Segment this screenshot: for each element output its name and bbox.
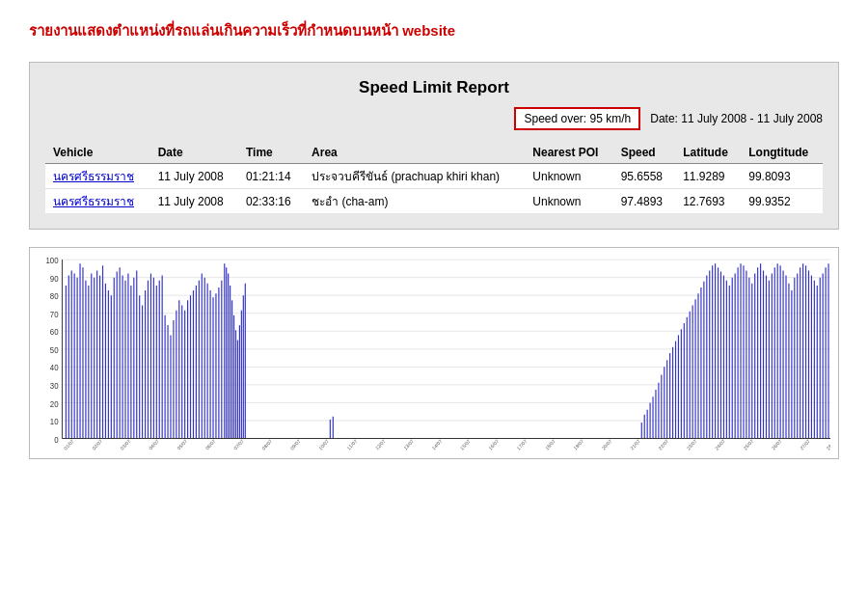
cell-area: ประจวบคีรีขันธ์ (prachuap khiri khan): [304, 164, 525, 189]
cell-longitude: 99.9352: [741, 189, 823, 214]
table-row: นครศรีธรรมราช 11 July 2008 01:21:14 ประจ…: [45, 164, 823, 189]
svg-text:15/07: 15/07: [459, 438, 472, 451]
cell-area: ชะอำ (cha-am): [304, 189, 525, 214]
chart-container: 100 90 80 70 60 50 40 30 20 10 0: [29, 247, 839, 459]
report-table: Vehicle Date Time Area Nearest POI Speed…: [45, 142, 823, 213]
cell-time: 02:33:16: [238, 189, 304, 214]
col-nearest-poi: Nearest POI: [525, 142, 612, 164]
svg-text:10: 10: [50, 418, 59, 426]
svg-text:09/07: 09/07: [289, 438, 302, 451]
svg-text:0: 0: [54, 435, 59, 444]
cell-speed: 97.4893: [613, 189, 676, 214]
cell-date: 11 July 2008: [150, 164, 238, 189]
svg-text:03/07: 03/07: [120, 438, 132, 451]
svg-text:21/07: 21/07: [629, 438, 641, 451]
svg-text:07/07: 07/07: [232, 438, 245, 451]
col-speed: Speed: [613, 142, 676, 164]
cell-nearest-poi: Unknown: [525, 189, 612, 214]
svg-text:05/07: 05/07: [176, 438, 188, 451]
cell-longitude: 99.8093: [741, 164, 823, 189]
svg-text:22/07: 22/07: [657, 438, 669, 451]
cell-vehicle[interactable]: นครศรีธรรมราช: [45, 189, 150, 214]
svg-text:28/07: 28/07: [826, 438, 830, 451]
svg-text:11/07: 11/07: [345, 438, 358, 451]
svg-text:02/07: 02/07: [91, 438, 103, 451]
table-row: นครศรีธรรมราช 11 July 2008 02:33:16 ชะอำ…: [45, 189, 823, 214]
svg-text:90: 90: [50, 275, 59, 284]
svg-text:25/07: 25/07: [742, 438, 754, 451]
cell-date: 11 July 2008: [150, 189, 238, 214]
col-longitude: Longtitude: [741, 142, 823, 164]
cell-latitude: 11.9289: [675, 164, 741, 189]
svg-text:16/07: 16/07: [487, 438, 500, 451]
cell-speed: 95.6558: [613, 164, 676, 189]
svg-text:20: 20: [50, 399, 59, 408]
report-title: Speed Limit Report: [45, 78, 823, 97]
svg-text:24/07: 24/07: [714, 438, 726, 451]
svg-text:60: 60: [50, 328, 59, 337]
svg-text:10/07: 10/07: [317, 438, 330, 451]
svg-text:26/07: 26/07: [771, 438, 783, 451]
cell-latitude: 12.7693: [675, 189, 741, 214]
svg-text:23/07: 23/07: [686, 438, 698, 451]
cell-vehicle[interactable]: นครศรีธรรมราช: [45, 164, 150, 189]
svg-text:01/07: 01/07: [63, 438, 75, 451]
svg-text:17/07: 17/07: [516, 438, 529, 451]
svg-text:30: 30: [50, 382, 59, 391]
svg-text:19/07: 19/07: [572, 438, 584, 451]
svg-text:50: 50: [50, 346, 59, 355]
date-label: Date: 11 July 2008 - 11 July 2008: [650, 112, 823, 125]
cell-nearest-poi: Unknown: [525, 164, 612, 189]
report-meta-row: Speed over: 95 km/h Date: 11 July 2008 -…: [45, 107, 823, 130]
svg-text:12/07: 12/07: [374, 438, 387, 451]
svg-text:14/07: 14/07: [431, 438, 444, 451]
col-date: Date: [150, 142, 238, 164]
svg-text:80: 80: [50, 292, 59, 301]
cell-time: 01:21:14: [238, 164, 304, 189]
speed-chart: 100 90 80 70 60 50 40 30 20 10 0: [38, 256, 830, 454]
table-header-row: Vehicle Date Time Area Nearest POI Speed…: [45, 142, 823, 164]
svg-text:70: 70: [50, 311, 59, 319]
svg-text:04/07: 04/07: [148, 438, 160, 451]
svg-text:40: 40: [50, 364, 59, 372]
svg-text:13/07: 13/07: [402, 438, 415, 451]
svg-text:18/07: 18/07: [544, 438, 556, 451]
speed-over-box: Speed over: 95 km/h: [514, 107, 640, 130]
col-area: Area: [304, 142, 525, 164]
svg-text:06/07: 06/07: [204, 438, 217, 451]
svg-text:100: 100: [46, 257, 60, 265]
svg-text:20/07: 20/07: [601, 438, 613, 451]
col-time: Time: [238, 142, 304, 164]
col-latitude: Latitude: [675, 142, 741, 164]
page-title: รายงานแสดงตำแหน่งที่รถแล่นเกินความเร็วที…: [29, 19, 839, 42]
col-vehicle: Vehicle: [45, 142, 150, 164]
report-container: Speed Limit Report Speed over: 95 km/h D…: [29, 62, 839, 230]
svg-text:08/07: 08/07: [260, 438, 273, 451]
svg-text:27/07: 27/07: [799, 438, 811, 451]
